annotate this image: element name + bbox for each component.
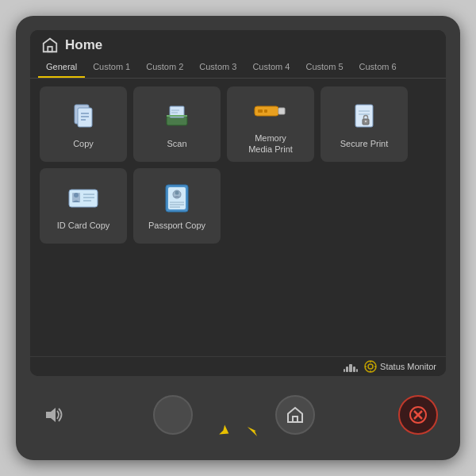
secure-print-label: Secure Print — [340, 138, 389, 149]
copy-label: Copy — [73, 138, 94, 149]
tab-general[interactable]: General — [38, 59, 85, 78]
svg-marker-50 — [248, 425, 257, 438]
id-card-copy-button[interactable]: ID Card Copy — [40, 168, 127, 244]
copy-icon — [66, 99, 101, 134]
svg-rect-37 — [356, 369, 358, 372]
scan-icon — [159, 99, 194, 134]
svg-rect-2 — [78, 108, 92, 127]
forward-arrow-icon — [245, 424, 261, 440]
touch-screen: Home General Custom 1 Custom 2 Custom 3 … — [30, 30, 446, 376]
svg-rect-14 — [264, 109, 267, 113]
home-hardware-button[interactable] — [275, 395, 315, 435]
svg-point-22 — [74, 193, 79, 198]
secure-print-icon — [347, 99, 382, 134]
svg-rect-0 — [48, 47, 52, 52]
scan-label: Scan — [167, 138, 186, 149]
status-bar: Status Monitor — [30, 356, 446, 376]
status-monitor-label: Status Monitor — [380, 362, 436, 371]
media-print-button[interactable]: MemoryMedia Print — [227, 86, 314, 162]
nav-arrows — [215, 424, 261, 440]
forward-arrow[interactable] — [245, 424, 261, 440]
tab-custom5[interactable]: Custom 5 — [298, 59, 351, 78]
status-monitor-icon — [364, 360, 377, 373]
usb-icon — [253, 94, 288, 129]
svg-rect-12 — [278, 108, 285, 114]
bottom-controls — [30, 384, 446, 446]
tab-custom2[interactable]: Custom 2 — [138, 59, 191, 78]
scan-button[interactable]: Scan — [133, 86, 221, 162]
tab-custom1[interactable]: Custom 1 — [85, 59, 138, 78]
id-card-copy-label: ID Card Copy — [57, 220, 110, 231]
passport-copy-label: Passport Copy — [148, 220, 205, 231]
printer-device: Home General Custom 1 Custom 2 Custom 3 … — [16, 16, 460, 460]
volume-control[interactable] — [38, 400, 70, 430]
id-card-icon — [66, 181, 101, 216]
svg-rect-45 — [293, 416, 298, 422]
svg-rect-36 — [344, 369, 345, 372]
svg-rect-34 — [346, 367, 348, 372]
svg-point-38 — [365, 361, 376, 372]
secure-print-button[interactable]: Secure Print — [321, 86, 408, 162]
stop-button[interactable] — [398, 395, 438, 435]
tab-custom4[interactable]: Custom 4 — [244, 59, 298, 78]
passport-icon — [159, 181, 194, 216]
svg-rect-35 — [353, 367, 355, 372]
volume-icon — [44, 406, 63, 424]
passport-copy-button[interactable]: Passport Copy — [133, 168, 221, 244]
grid-row-2: ID Card Copy — [40, 168, 436, 244]
screen-header: Home — [30, 30, 446, 54]
copy-button[interactable]: Copy — [40, 86, 127, 162]
app-grid: Copy Scan — [30, 79, 446, 356]
home-hardware-icon — [286, 405, 305, 424]
sleep-button[interactable] — [153, 395, 193, 435]
svg-marker-44 — [46, 408, 56, 422]
back-arrow-icon — [215, 424, 231, 440]
svg-rect-33 — [349, 364, 352, 372]
tab-custom6[interactable]: Custom 6 — [351, 59, 405, 78]
network-icon — [344, 361, 358, 372]
tab-custom3[interactable]: Custom 3 — [191, 59, 244, 78]
svg-point-29 — [175, 190, 179, 194]
svg-rect-13 — [258, 109, 263, 113]
screen-title: Home — [65, 37, 102, 53]
svg-marker-49 — [219, 424, 231, 438]
status-monitor-button[interactable]: Status Monitor — [364, 360, 436, 373]
grid-row-1: Copy Scan — [40, 86, 436, 162]
sleep-icon — [163, 405, 182, 424]
media-print-label: MemoryMedia Print — [248, 132, 293, 155]
tab-bar: General Custom 1 Custom 2 Custom 3 Custo… — [30, 54, 446, 79]
home-screen-icon — [41, 36, 59, 54]
stop-icon — [409, 405, 428, 424]
svg-point-19 — [365, 121, 367, 122]
back-arrow[interactable] — [215, 424, 231, 440]
svg-point-39 — [368, 364, 373, 369]
